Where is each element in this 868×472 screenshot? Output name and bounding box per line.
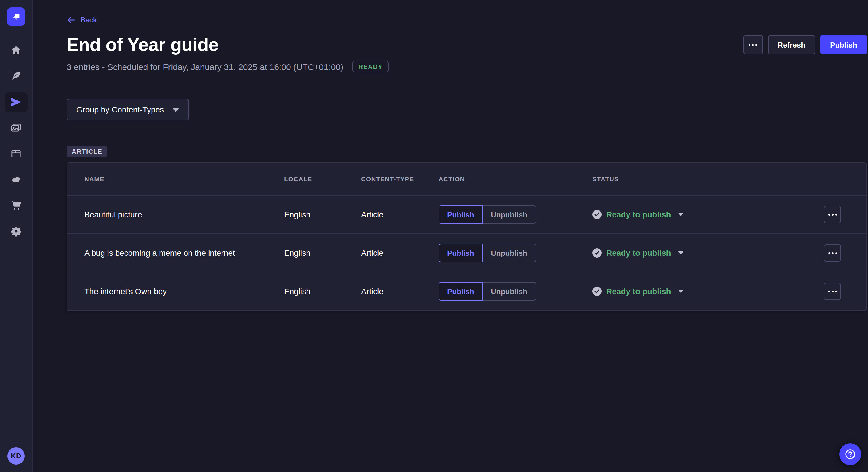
row-more-button[interactable] — [824, 206, 841, 223]
entry-status-label: Ready to publish — [606, 287, 671, 296]
column-header: STATUS — [592, 175, 824, 182]
group-by-label: Group by Content-Types — [76, 105, 164, 114]
more-dots-icon — [828, 252, 837, 254]
sidebar-item-settings[interactable] — [5, 221, 28, 241]
sidebar: KD — [0, 0, 33, 472]
content-type-group-badge: ARTICLE — [67, 146, 107, 157]
row-more-button[interactable] — [824, 283, 841, 300]
entry-action-cell: Publish Unpublish — [439, 205, 592, 224]
sidebar-footer: KD — [0, 444, 32, 472]
entry-status-dropdown[interactable]: Ready to publish — [592, 287, 684, 296]
entry-status-label: Ready to publish — [606, 248, 671, 258]
arrow-left-icon — [67, 15, 76, 25]
release-summary: 3 entries - Scheduled for Friday, Januar… — [67, 62, 343, 71]
entry-content-type: Article — [361, 248, 439, 258]
entry-name: The internet's Own boy — [84, 287, 284, 296]
app-window: KD Back End of Year guide Refresh Publis… — [0, 0, 868, 472]
sidebar-divider — [0, 444, 32, 444]
title-row: End of Year guide Refresh Publish — [67, 34, 867, 55]
cart-icon — [10, 200, 22, 211]
sidebar-item-marketplace[interactable] — [5, 195, 28, 216]
entry-more-cell — [824, 244, 841, 262]
publish-toggle-button[interactable]: Publish — [439, 282, 483, 301]
table-row: Beautiful picture English Article Publis… — [67, 195, 866, 233]
entry-status-label: Ready to publish — [606, 210, 671, 219]
strapi-logo[interactable] — [7, 7, 25, 26]
chevron-down-icon — [678, 213, 684, 216]
sidebar-nav — [5, 40, 28, 241]
subtitle-row: 3 entries - Scheduled for Friday, Januar… — [67, 61, 867, 72]
column-header: NAME — [84, 175, 284, 182]
refresh-button[interactable]: Refresh — [768, 35, 815, 55]
cloud-icon — [10, 174, 22, 185]
help-button[interactable] — [839, 443, 861, 465]
sidebar-item-cloud[interactable] — [5, 169, 28, 190]
table-row: A bug is becoming a meme on the internet… — [67, 233, 866, 272]
sidebar-item-media-library[interactable] — [5, 117, 28, 138]
publish-release-button[interactable]: Publish — [820, 35, 867, 55]
avatar[interactable]: KD — [7, 447, 25, 465]
entry-status-dropdown[interactable]: Ready to publish — [592, 248, 684, 258]
sidebar-item-home[interactable] — [5, 40, 28, 61]
strapi-logo-icon — [10, 10, 22, 23]
entry-action-cell: Publish Unpublish — [439, 244, 592, 262]
sidebar-item-content-type-builder[interactable] — [5, 143, 28, 164]
sidebar-item-content-manager[interactable] — [5, 66, 28, 87]
table-header-row: NAMELOCALECONTENT-TYPEACTIONSTATUS — [67, 163, 866, 195]
entry-more-cell — [824, 206, 841, 223]
sidebar-divider — [0, 33, 32, 33]
status-badge: READY — [352, 61, 389, 72]
entry-locale: English — [284, 210, 361, 219]
page-title: End of Year guide — [67, 34, 218, 55]
check-circle-icon — [592, 287, 601, 296]
column-header: CONTENT-TYPE — [361, 175, 439, 182]
unpublish-toggle-button[interactable]: Unpublish — [483, 205, 536, 224]
entry-status-cell: Ready to publish — [592, 287, 824, 296]
unpublish-toggle-button[interactable]: Unpublish — [483, 282, 536, 301]
table-row: The internet's Own boy English Article P… — [67, 272, 866, 310]
publish-action-toggle: Publish Unpublish — [439, 244, 536, 262]
column-header: ACTION — [439, 175, 592, 182]
group-by-select[interactable]: Group by Content-Types — [67, 99, 189, 121]
more-dots-icon — [828, 291, 837, 292]
back-label: Back — [81, 16, 97, 24]
chevron-down-icon — [678, 251, 684, 255]
entries-table: NAMELOCALECONTENT-TYPEACTIONSTATUS Beaut… — [67, 162, 867, 311]
publish-action-toggle: Publish Unpublish — [439, 205, 536, 224]
entry-name: A bug is becoming a meme on the internet — [84, 248, 284, 258]
chevron-down-icon — [172, 107, 179, 111]
back-link[interactable]: Back — [67, 15, 97, 25]
feather-icon — [10, 71, 22, 82]
publish-toggle-button[interactable]: Publish — [439, 244, 483, 262]
check-circle-icon — [592, 210, 601, 219]
entry-status-cell: Ready to publish — [592, 248, 824, 258]
release-more-options-button[interactable] — [743, 35, 763, 55]
row-more-button[interactable] — [824, 244, 841, 262]
check-circle-icon — [592, 248, 601, 258]
column-header: LOCALE — [284, 175, 361, 182]
more-dots-icon — [749, 44, 757, 45]
paper-plane-icon — [10, 96, 22, 108]
publish-toggle-button[interactable]: Publish — [439, 205, 483, 224]
chevron-down-icon — [678, 290, 684, 293]
entry-more-cell — [824, 283, 841, 300]
entry-locale: English — [284, 248, 361, 258]
layout-icon — [10, 148, 22, 160]
entry-locale: English — [284, 287, 361, 296]
header-actions: Refresh Publish — [743, 35, 867, 55]
question-mark-icon — [844, 448, 857, 461]
gear-icon — [10, 225, 22, 237]
entry-content-type: Article — [361, 210, 439, 219]
home-icon — [10, 45, 22, 56]
unpublish-toggle-button[interactable]: Unpublish — [483, 244, 536, 262]
more-dots-icon — [828, 214, 837, 215]
entry-content-type: Article — [361, 287, 439, 296]
sidebar-item-releases[interactable] — [5, 92, 28, 112]
entry-status-cell: Ready to publish — [592, 210, 824, 219]
main-content: Back End of Year guide Refresh Publish 3… — [33, 0, 868, 472]
entry-status-dropdown[interactable]: Ready to publish — [592, 210, 684, 219]
entry-name: Beautiful picture — [84, 210, 284, 219]
entry-action-cell: Publish Unpublish — [439, 282, 592, 301]
table-body: Beautiful picture English Article Publis… — [67, 195, 866, 310]
publish-action-toggle: Publish Unpublish — [439, 282, 536, 301]
